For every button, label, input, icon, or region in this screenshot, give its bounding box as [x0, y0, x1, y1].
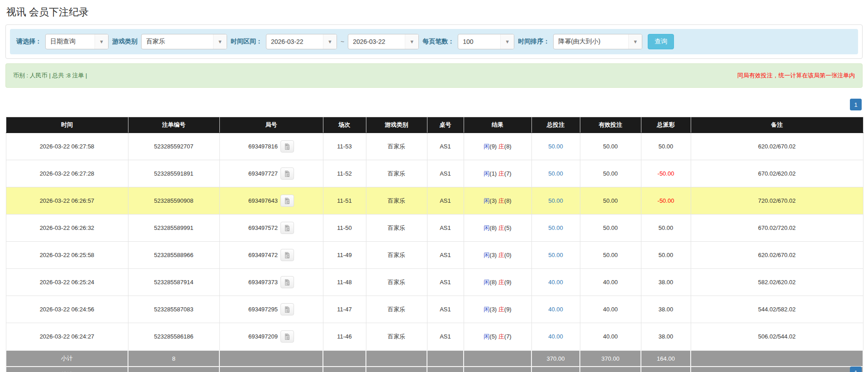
time-sort-select[interactable]: 降幂(由大到小) ▼	[553, 34, 642, 49]
cell-result: 闲(1) 庄(7)	[464, 160, 531, 187]
subtotal-row: 小计8370.00370.00164.00	[6, 350, 863, 367]
page-1-button[interactable]: 1	[850, 99, 862, 110]
result-player-label: 闲	[484, 170, 489, 177]
cell-result: 闲(5) 庄(7)	[464, 323, 531, 351]
video-replay-button[interactable]	[280, 167, 294, 180]
cell-game-category: 百家乐	[366, 296, 427, 323]
cell-round-id: 693497472	[219, 242, 323, 269]
cell-valid-bet: 40.00	[580, 269, 641, 296]
result-banker-label: 庄	[498, 306, 504, 313]
cell-payout: 50.00	[641, 215, 691, 242]
cell-total-bet: 40.00	[531, 269, 580, 296]
cell-time: 2026-03-22 06:26:57	[6, 187, 128, 215]
cell-bet-id: 523285590908	[128, 187, 219, 215]
filter-bar: 请选择： 日期查询 ▼ 游戏类别 百家乐 ▼ 时间区间： 2026-03-22 …	[10, 29, 858, 54]
column-header: 时间	[6, 117, 128, 133]
valid-bet-note-text: 同局有效投注，统一计算在该局第一张注单内	[737, 72, 855, 80]
subtotal-row-cell-6	[464, 350, 531, 367]
round-id-group: 693497572	[248, 222, 294, 234]
video-replay-icon	[284, 252, 291, 259]
round-id-text: 693497816	[248, 143, 278, 150]
total-bet-link[interactable]: 40.00	[548, 279, 563, 286]
video-replay-icon	[284, 197, 291, 205]
cell-round-id: 693497643	[219, 187, 323, 215]
table-row: 2026-03-22 06:27:28523285591891693497727…	[6, 160, 863, 187]
total-bet-link[interactable]: 50.00	[548, 252, 563, 258]
cell-valid-bet: 50.00	[580, 133, 641, 160]
video-replay-button[interactable]	[280, 249, 294, 261]
query-type-select[interactable]: 日期查询 ▼	[45, 34, 109, 49]
result-banker-score: (7)	[504, 333, 512, 340]
cell-payout: 38.00	[641, 323, 691, 351]
cell-total-bet: 50.00	[531, 160, 580, 187]
chevron-down-icon: ▼	[405, 34, 418, 49]
cell-table-number: AS1	[427, 242, 464, 269]
cell-session: 11-49	[323, 242, 366, 269]
result-banker-score: (7)	[504, 170, 512, 177]
result-player-label: 闲	[484, 306, 489, 313]
summary-bar: 币别 : 人民币 | 总共 :8 注单 | 同局有效投注，统一计算在该局第一张注…	[5, 63, 863, 88]
pagination-bottom: 1	[850, 367, 862, 372]
subtotal-row-cell-2	[219, 350, 323, 367]
cell-time: 2026-03-22 06:25:24	[6, 269, 128, 296]
total-row-cell-7: 370.00	[531, 367, 580, 372]
table-body: 2026-03-22 06:27:58523285592707693497816…	[6, 133, 863, 351]
result-banker-score: (0)	[504, 252, 512, 258]
column-header: 局号	[219, 117, 323, 133]
video-replay-button[interactable]	[280, 276, 294, 288]
cell-game-category: 百家乐	[366, 215, 427, 242]
video-replay-button[interactable]	[280, 222, 294, 234]
time-range-label: 时间区间：	[231, 38, 262, 46]
total-row-cell-0: 总计	[6, 367, 128, 372]
cell-session: 11-47	[323, 296, 366, 323]
video-replay-button[interactable]	[280, 195, 294, 207]
total-row-cell-2	[219, 367, 323, 372]
cell-bet-id: 523285587083	[128, 296, 219, 323]
chevron-down-icon: ▼	[500, 34, 514, 49]
cell-valid-bet: 40.00	[580, 323, 641, 351]
video-replay-button[interactable]	[280, 140, 294, 153]
total-bet-link[interactable]: 50.00	[548, 197, 563, 204]
cell-remark: 720.02/670.02	[691, 187, 863, 215]
cell-total-bet: 50.00	[531, 215, 580, 242]
cell-bet-id: 523285587914	[128, 269, 219, 296]
date-from-select[interactable]: 2026-03-22 ▼	[266, 34, 337, 49]
table-row: 2026-03-22 06:24:27523285586186693497209…	[6, 323, 863, 351]
result-player-label: 闲	[484, 197, 489, 204]
total-bet-link[interactable]: 40.00	[548, 306, 563, 313]
cell-time: 2026-03-22 06:25:58	[6, 242, 128, 269]
column-header: 注单编号	[128, 117, 219, 133]
video-replay-button[interactable]	[280, 330, 294, 343]
total-bet-link[interactable]: 50.00	[548, 224, 563, 231]
cell-remark: 582.02/620.02	[691, 269, 863, 296]
table-footer: 小计8370.00370.00164.00总计8370.00370.00164.…	[6, 350, 863, 372]
total-row-cell-5	[427, 367, 464, 372]
cell-payout: 50.00	[641, 133, 691, 160]
page-1-button-bottom[interactable]: 1	[850, 367, 862, 372]
game-category-value: 百家乐	[142, 38, 170, 46]
subtotal-row-cell-8: 370.00	[580, 350, 641, 367]
total-bet-link[interactable]: 50.00	[548, 143, 563, 150]
subtotal-row-cell-0: 小计	[6, 350, 128, 367]
table-row: 2026-03-22 06:25:24523285587914693497373…	[6, 269, 863, 296]
page-size-select[interactable]: 100 ▼	[458, 34, 514, 49]
cell-round-id: 693497816	[219, 133, 323, 160]
cell-total-bet: 50.00	[531, 242, 580, 269]
total-bet-link[interactable]: 50.00	[548, 170, 563, 177]
table-row: 2026-03-22 06:25:58523285588966693497472…	[6, 242, 863, 269]
search-button[interactable]: 查询	[648, 34, 674, 49]
cell-table-number: AS1	[427, 187, 464, 215]
cell-payout: 38.00	[641, 296, 691, 323]
table-row: 2026-03-22 06:26:32523285589991693497572…	[6, 215, 863, 242]
date-to-select[interactable]: 2026-03-22 ▼	[348, 34, 419, 49]
cell-valid-bet: 50.00	[580, 215, 641, 242]
game-category-select[interactable]: 百家乐 ▼	[141, 34, 227, 49]
video-replay-button[interactable]	[280, 303, 294, 315]
cell-valid-bet: 50.00	[580, 242, 641, 269]
total-bet-link[interactable]: 40.00	[548, 333, 563, 340]
pagination-top: 1	[5, 99, 862, 110]
cell-bet-id: 523285589991	[128, 215, 219, 242]
result-banker-label: 庄	[498, 224, 504, 231]
round-id-group: 693497727	[248, 167, 294, 180]
subtotal-row-cell-1: 8	[128, 350, 219, 367]
